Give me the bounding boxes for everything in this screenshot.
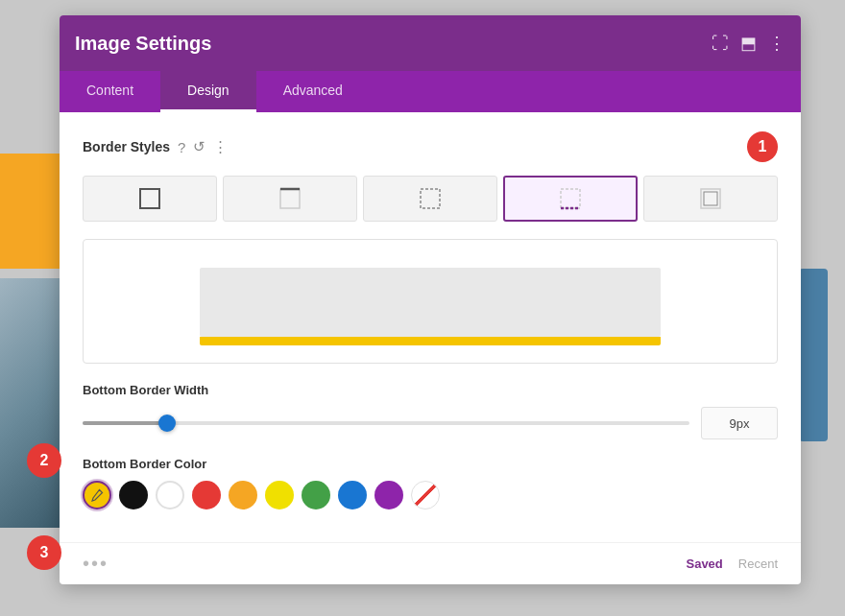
- tab-advanced[interactable]: Advanced: [256, 71, 370, 112]
- bg-orange-left: [0, 154, 62, 269]
- tab-content[interactable]: Content: [60, 71, 160, 112]
- bg-photo: [0, 278, 65, 528]
- tabs-bar: Content Design Advanced: [60, 71, 801, 112]
- help-icon[interactable]: ?: [178, 139, 185, 155]
- swatch-purple[interactable]: [374, 481, 403, 509]
- border-styles-header: Border Styles ? ↺ ⋮ 1: [83, 131, 778, 162]
- preview-inner: [200, 268, 661, 345]
- tab-design[interactable]: Design: [160, 71, 256, 112]
- swatch-blue[interactable]: [338, 481, 367, 509]
- swatch-green[interactable]: [302, 481, 330, 509]
- swatch-orange[interactable]: [229, 481, 257, 509]
- badge-3: 3: [27, 535, 61, 570]
- border-width-label: Bottom Border Width: [83, 383, 778, 397]
- swatch-white[interactable]: [156, 481, 184, 509]
- svg-rect-1: [280, 189, 300, 208]
- more-icon[interactable]: ⋮: [768, 33, 785, 54]
- bottom-border-color-section: Bottom Border Color: [83, 457, 778, 509]
- dots-button[interactable]: •••: [83, 553, 109, 575]
- svg-rect-3: [421, 189, 440, 208]
- color-swatches: [83, 481, 778, 509]
- svg-rect-7: [704, 192, 717, 205]
- border-opt-solid[interactable]: [83, 176, 217, 222]
- recent-tab[interactable]: Recent: [738, 557, 778, 571]
- preview-gray-box: [200, 268, 661, 337]
- border-style-options: [83, 176, 778, 222]
- badge-1: 1: [747, 131, 778, 162]
- header-icons: ⛶ ⬒ ⋮: [712, 33, 785, 54]
- panel-body: Border Styles ? ↺ ⋮ 1: [60, 112, 801, 542]
- border-preview: [83, 239, 778, 364]
- swatch-red[interactable]: [192, 481, 221, 509]
- bottom-border-width-section: Bottom Border Width 9px: [83, 383, 778, 439]
- saved-recent-tabs: Saved Recent: [686, 557, 778, 571]
- border-opt-dashed-all[interactable]: [363, 176, 497, 222]
- panel-header: Image Settings ⛶ ⬒ ⋮: [60, 15, 801, 71]
- border-opt-top[interactable]: [223, 176, 357, 222]
- split-icon[interactable]: ⬒: [740, 33, 757, 54]
- swatch-yellow[interactable]: [265, 481, 294, 509]
- expand-icon[interactable]: ⛶: [712, 34, 729, 54]
- preview-border-bottom: [200, 337, 661, 345]
- slider-value[interactable]: 9px: [701, 407, 778, 439]
- slider-row: 9px: [83, 407, 778, 439]
- options-icon[interactable]: ⋮: [213, 138, 228, 155]
- bg-blue-right: [799, 269, 828, 441]
- badge-2: 2: [27, 443, 61, 478]
- slider-track[interactable]: [83, 421, 689, 425]
- panel-title: Image Settings: [75, 33, 211, 55]
- slider-thumb[interactable]: [158, 415, 176, 432]
- swatch-none[interactable]: [411, 481, 440, 509]
- svg-rect-4: [561, 189, 580, 208]
- svg-rect-0: [140, 189, 159, 208]
- border-styles-title: Border Styles: [83, 139, 170, 154]
- reset-icon[interactable]: ↺: [193, 138, 205, 155]
- image-settings-panel: Image Settings ⛶ ⬒ ⋮ Content Design Adva…: [60, 15, 801, 584]
- border-opt-dashed-bottom[interactable]: [503, 176, 638, 222]
- color-label: Bottom Border Color: [83, 457, 778, 471]
- swatch-black[interactable]: [119, 481, 148, 509]
- bottom-bar: ••• Saved Recent: [60, 542, 801, 584]
- border-opt-inset[interactable]: [643, 176, 778, 222]
- saved-tab[interactable]: Saved: [686, 557, 722, 571]
- slider-fill: [83, 421, 167, 425]
- swatch-eyedropper[interactable]: [83, 481, 111, 509]
